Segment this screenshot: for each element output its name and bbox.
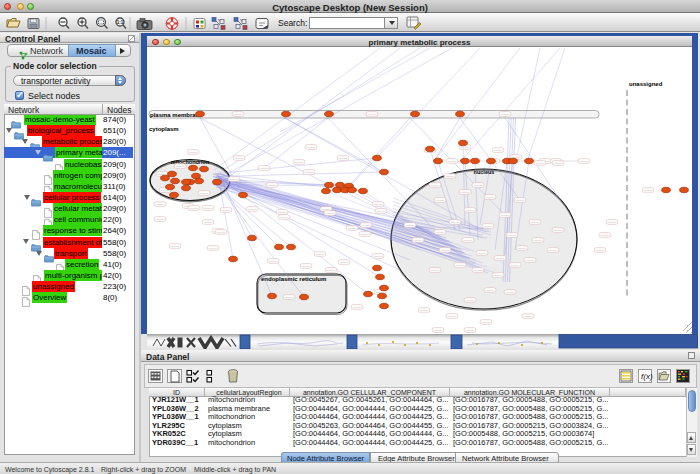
svg-text:endoplasmic reticulum: endoplasmic reticulum <box>261 276 326 282</box>
svg-text:nucleus: nucleus <box>474 169 495 175</box>
svg-text:1:1: 1:1 <box>117 20 124 25</box>
svg-text:unassigned: unassigned <box>629 81 663 87</box>
svg-text:f(x): f(x) <box>641 372 653 381</box>
svg-text:cytoplasm: cytoplasm <box>149 126 179 132</box>
